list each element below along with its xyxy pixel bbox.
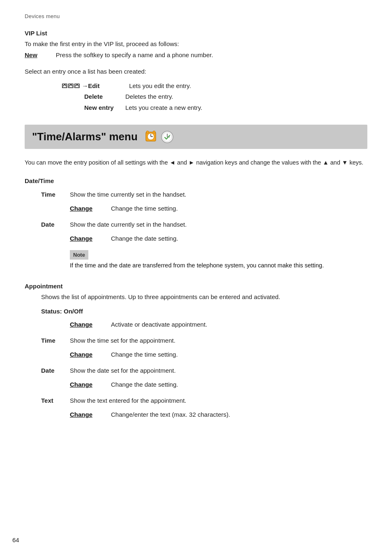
menu-row-delete: Delete Deletes the entry.: [62, 92, 367, 102]
new-label: New: [25, 51, 47, 60]
time-change-desc: Change the time setting.: [103, 204, 178, 214]
menu-key-newentry: New entry: [84, 103, 121, 113]
date-change-row: Change Change the date setting.: [25, 234, 367, 244]
appt-text-row: Text Show the text entered for the appoi…: [25, 396, 367, 406]
page-number: 64: [12, 536, 19, 545]
appt-text-desc: Show the text entered for the appointmen…: [70, 396, 367, 406]
appt-time-change-link[interactable]: Change: [70, 350, 103, 360]
menu-val-newentry: Lets you create a new entry.: [121, 103, 202, 113]
date-key: Date: [41, 220, 70, 230]
appt-time-change-row: Change Change the time setting.: [25, 350, 367, 360]
note-box: Note If the time and the date are transf…: [70, 250, 367, 270]
appt-text-change-row: Change Change/enter the text (max. 32 ch…: [25, 410, 367, 420]
appointment-section: Appointment Shows the list of appointmen…: [25, 282, 367, 420]
status-change-row: Change Activate or deactivate appointmen…: [25, 320, 367, 330]
appt-time-row: Time Show the time set for the appointme…: [25, 336, 367, 346]
banner-title: "Time/Alarms" menu: [32, 129, 138, 145]
time-change-link[interactable]: Change: [70, 204, 103, 214]
nav-description: You can move the entry position of all s…: [25, 158, 367, 167]
time-row: Time Show the time currently set in the …: [25, 190, 367, 200]
banner-icons: [143, 130, 175, 144]
appt-time-key: Time: [41, 336, 70, 346]
menu-key-delete: Delete: [84, 92, 121, 102]
appt-date-change-link[interactable]: Change: [70, 380, 103, 390]
appointment-desc: Shows the list of appointments. Up to th…: [25, 292, 367, 302]
appt-date-change-row: Change Change the date setting.: [25, 380, 367, 390]
datetime-section: Date/Time Time Show the time currently s…: [25, 176, 367, 270]
note-text: If the time and the date are transferred…: [70, 261, 367, 270]
appt-date-key: Date: [41, 366, 70, 376]
svg-point-5: [153, 131, 155, 133]
check-icon: [160, 130, 175, 144]
note-label: Note: [70, 250, 88, 260]
status-change-desc: Activate or deactivate appointment.: [103, 320, 207, 330]
menu-key-edit: Edit: [88, 81, 125, 91]
date-row: Date Show the date currently set in the …: [25, 220, 367, 230]
header-title: Devices menu: [25, 13, 60, 19]
vip-new-row: New Press the softkey to specify a name …: [25, 51, 367, 60]
appt-time-change-desc: Change the time setting.: [103, 350, 178, 360]
vip-title: VIP List: [25, 29, 367, 38]
date-change-desc: Change the date setting.: [103, 234, 178, 244]
select-text: Select an entry once a list has been cre…: [25, 67, 367, 77]
new-desc: Press the softkey to specify a name and …: [56, 51, 213, 58]
appt-date-change-desc: Change the date setting.: [103, 380, 178, 390]
appt-date-desc: Show the date set for the appointment.: [70, 366, 367, 376]
appointment-title: Appointment: [25, 282, 367, 291]
menu-val-delete: Deletes the entry.: [121, 92, 173, 102]
appt-time-desc: Show the time set for the appointment.: [70, 336, 367, 346]
appt-date-row: Date Show the date set for the appointme…: [25, 366, 367, 376]
page-header: Devices menu: [25, 12, 367, 21]
nav-desc-text: You can move the entry position of all s…: [25, 159, 363, 166]
time-desc: Show the time currently set in the hands…: [70, 190, 367, 200]
time-key: Time: [41, 190, 70, 200]
vip-intro: To make the first entry in the VIP list,…: [25, 39, 367, 49]
vip-section: VIP List To make the first entry in the …: [25, 29, 367, 113]
svg-point-4: [146, 131, 149, 133]
appt-text-key: Text: [41, 396, 70, 406]
appt-text-change-desc: Change/enter the text (max. 32 character…: [103, 410, 230, 420]
menu-row-newentry: New entry Lets you create a new entry.: [62, 103, 367, 113]
appt-text-change-link[interactable]: Change: [70, 410, 103, 420]
time-alarms-banner: "Time/Alarms" menu: [25, 125, 367, 149]
alarm-icon: [143, 130, 158, 144]
date-change-link[interactable]: Change: [70, 234, 103, 244]
page-num-text: 64: [12, 536, 19, 543]
time-change-row: Change Change the time setting.: [25, 204, 367, 214]
menu-val-edit: Lets you edit the entry.: [125, 81, 191, 91]
status-label: Status: On/Off: [25, 307, 367, 316]
datetime-label: Date/Time: [25, 176, 367, 186]
status-change-link[interactable]: Change: [70, 320, 103, 330]
menu-arrow-row: ⮹⮹⮹ → Edit Lets you edit the entry.: [62, 81, 367, 91]
arrow-symbol: ⮹⮹⮹ →: [62, 81, 88, 91]
date-desc: Show the date currently set in the hands…: [70, 220, 367, 230]
vip-menu-table: ⮹⮹⮹ → Edit Lets you edit the entry. Dele…: [62, 81, 367, 113]
